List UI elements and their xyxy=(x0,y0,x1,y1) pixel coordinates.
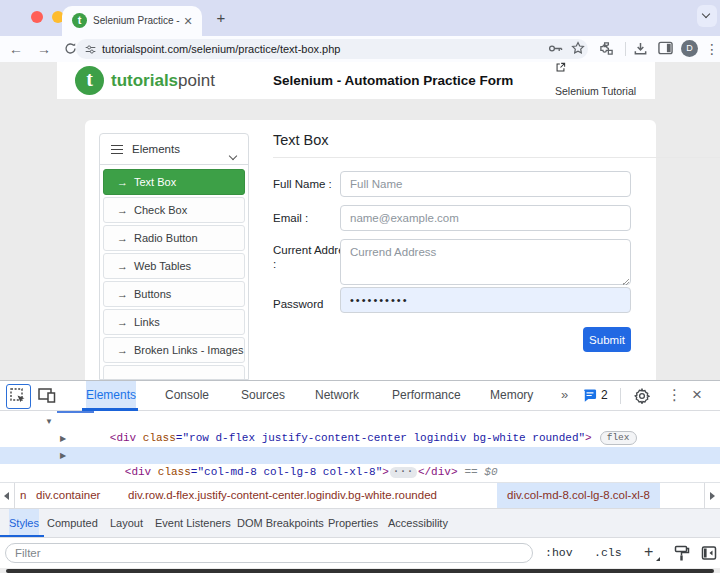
browser-tab[interactable]: t Selenium Practice - Text Box ✕ xyxy=(62,6,202,36)
current-address-textarea[interactable] xyxy=(340,239,631,285)
toggle-element-state-button[interactable]: :hov xyxy=(545,538,573,568)
sidebar-toggle-icon[interactable] xyxy=(701,545,717,561)
devtools-tab-memory[interactable]: Memory xyxy=(490,381,533,410)
window-close-button[interactable] xyxy=(31,11,43,23)
triangle-left-icon xyxy=(4,492,9,500)
brand-name[interactable]: tutorialspoint xyxy=(111,62,215,99)
devtools-tab-console[interactable]: Console xyxy=(165,381,209,410)
tab-strip: t Selenium Practice - Text Box ✕ + xyxy=(0,0,720,36)
toolbar-divider xyxy=(625,42,626,56)
sidebar-list: →Text Box →Check Box →Radio Button →Web … xyxy=(102,167,246,380)
chevron-down-icon xyxy=(702,10,710,18)
tab-dom-breakpoints[interactable]: DOM Breakpoints xyxy=(237,509,324,537)
issues-message-icon[interactable] xyxy=(583,389,597,402)
sidebar-item-buttons[interactable]: →Buttons xyxy=(103,281,245,307)
full-name-label: Full Name : xyxy=(273,177,332,191)
forward-button[interactable]: → xyxy=(34,36,54,62)
address-bar[interactable]: tutorialspoint.com/selenium/practice/tex… xyxy=(76,39,588,59)
styles-filter-input[interactable] xyxy=(5,543,533,563)
new-style-rule-dropdown-icon[interactable] xyxy=(656,557,660,561)
extensions-puzzle-icon[interactable] xyxy=(599,41,614,56)
tab-styles[interactable]: Styles xyxy=(9,509,39,537)
devtools-tab-elements[interactable]: Elements xyxy=(86,381,136,410)
collapse-arrow-icon[interactable]: ▼ xyxy=(45,413,53,430)
site-settings-icon[interactable] xyxy=(85,44,96,55)
expand-arrow-icon[interactable]: ▶ xyxy=(60,447,66,464)
bookmark-star-icon[interactable] xyxy=(571,41,585,55)
tab-layout[interactable]: Layout xyxy=(110,509,143,537)
arrow-right-icon: → xyxy=(117,254,128,278)
more-tabs-button[interactable]: » xyxy=(561,381,566,410)
devtools-tab-performance[interactable]: Performance xyxy=(392,381,461,410)
tab-accessibility[interactable]: Accessibility xyxy=(388,509,448,537)
devtools-panel: Elements Console Sources Network Perform… xyxy=(0,380,720,573)
devtools-toolbar: Elements Console Sources Network Perform… xyxy=(0,381,720,411)
email-label: Email : xyxy=(273,211,308,225)
inspect-cursor-icon xyxy=(10,388,26,404)
devtools-close-icon[interactable]: × xyxy=(692,381,702,410)
sidebar-item-links[interactable]: →Links xyxy=(103,309,245,335)
side-panel-icon[interactable] xyxy=(658,41,673,55)
form-title: Text Box xyxy=(273,132,329,148)
elements-sidebar: Elements →Text Box →Check Box →Radio But… xyxy=(99,133,249,380)
devtools-tab-network[interactable]: Network xyxy=(315,381,359,410)
brand-bold: tutorials xyxy=(111,71,178,90)
form-divider xyxy=(273,157,720,158)
paint-roller-icon[interactable] xyxy=(674,545,690,562)
devtools-menu-kebab-icon[interactable]: ⋮ xyxy=(667,381,682,410)
site-header: t tutorialspoint Selenium - Automation P… xyxy=(57,62,655,99)
bottom-dark-bar xyxy=(6,569,714,573)
arrow-right-icon: → xyxy=(117,170,128,194)
settings-gear-icon[interactable] xyxy=(634,388,650,404)
sidebar-item-web-tables[interactable]: →Web Tables xyxy=(103,253,245,279)
sidebar-header[interactable]: Elements xyxy=(100,134,248,165)
back-button[interactable]: ← xyxy=(6,36,26,62)
password-input[interactable] xyxy=(340,287,631,313)
sidebar-item-broken-links[interactable]: →Broken Links - Images xyxy=(103,337,245,363)
tab-computed[interactable]: Computed xyxy=(47,509,98,537)
dom-node-row[interactable]: </div> xyxy=(0,464,720,481)
breadcrumb-scroll-right-button[interactable] xyxy=(704,483,719,508)
expand-arrow-icon[interactable]: ▶ xyxy=(60,430,66,447)
breadcrumb-row[interactable]: div.row.d-flex.justify-content-center.lo… xyxy=(128,483,437,508)
practice-card: Elements →Text Box →Check Box →Radio But… xyxy=(85,120,656,380)
element-classes-button[interactable]: .cls xyxy=(594,538,622,568)
dom-node-row-selected[interactable]: ▶<div class="col-md-8 col-lg-8 col-xl-8"… xyxy=(0,447,720,464)
tutorialspoint-logo[interactable]: t xyxy=(75,66,104,95)
breadcrumb-container[interactable]: div.container xyxy=(36,483,100,508)
breadcrumb-partial[interactable]: n xyxy=(20,483,26,508)
downloads-icon[interactable] xyxy=(633,41,648,56)
new-style-rule-button[interactable]: + xyxy=(644,538,653,568)
submit-button[interactable]: Submit xyxy=(583,327,631,352)
full-name-input[interactable] xyxy=(340,171,631,197)
styles-filter-bar: :hov .cls + xyxy=(0,537,720,568)
sidebar-item-check-box[interactable]: →Check Box xyxy=(103,197,245,223)
dom-node-row[interactable]: ▶<div class="col-md-4 col-lg-4 col-sm-6"… xyxy=(0,430,720,447)
tab-properties[interactable]: Properties xyxy=(328,509,378,537)
dom-node-row[interactable]: ▼<div class="row d-flex justify-content-… xyxy=(0,413,720,430)
tab-event-listeners[interactable]: Event Listeners xyxy=(155,509,231,537)
new-tab-button[interactable]: + xyxy=(210,6,232,30)
tab-favicon-icon: t xyxy=(72,13,87,28)
password-key-icon[interactable] xyxy=(548,41,564,56)
tab-close-icon[interactable]: ✕ xyxy=(181,14,195,28)
profile-avatar[interactable]: D xyxy=(681,40,698,57)
breadcrumb-scroll-left-button[interactable] xyxy=(0,483,15,508)
external-link-icon xyxy=(555,62,566,73)
styles-tab-bar: Styles Computed Layout Event Listeners D… xyxy=(0,508,720,537)
sidebar-item-radio-button[interactable]: →Radio Button xyxy=(103,225,245,251)
url-text[interactable]: tutorialspoint.com/selenium/practice/tex… xyxy=(102,39,340,59)
devtools-tab-sources[interactable]: Sources xyxy=(241,381,285,410)
breadcrumb-selected[interactable]: div.col-md-8.col-lg-8.col-xl-8 xyxy=(497,483,660,508)
device-toolbar-button[interactable] xyxy=(38,387,56,404)
browser-menu-kebab-icon[interactable]: ⋮ xyxy=(702,36,720,62)
textarea-resize-handle[interactable] xyxy=(622,278,629,285)
email-input[interactable] xyxy=(340,205,631,231)
arrow-right-icon: → xyxy=(117,338,128,362)
sidebar-item-partial[interactable] xyxy=(103,365,245,380)
sidebar-item-text-box[interactable]: →Text Box xyxy=(103,169,245,195)
selenium-tutorial-link[interactable]: Selenium Tutorial xyxy=(555,62,636,99)
issues-count[interactable]: 2 xyxy=(601,381,608,410)
inspect-element-button[interactable] xyxy=(6,384,31,409)
tab-overview-button[interactable] xyxy=(697,5,717,27)
